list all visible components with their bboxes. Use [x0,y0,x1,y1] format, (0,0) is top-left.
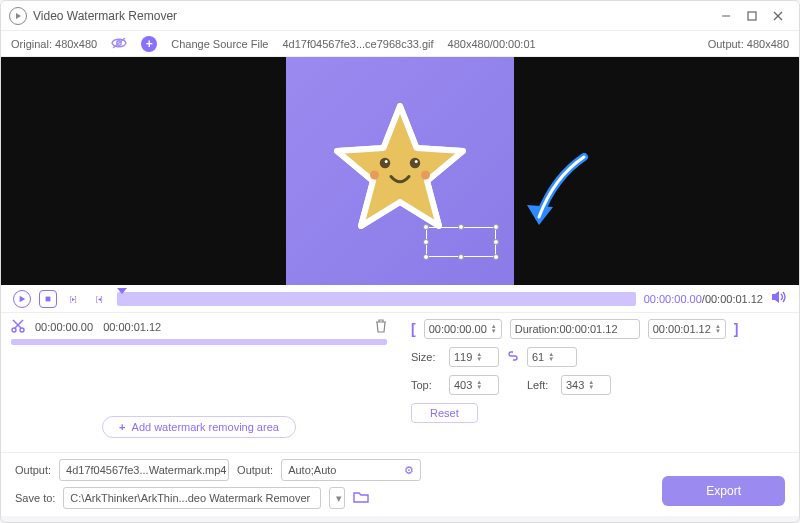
output-dims-label: Output: 480x480 [708,38,789,50]
titlebar: Video Watermark Remover [1,1,799,31]
app-title: Video Watermark Remover [33,9,713,23]
output-label: Output: [15,464,51,476]
resize-handle[interactable] [458,224,464,230]
left-label: Left: [527,379,553,391]
left-input[interactable]: 343▲▼ [561,375,611,395]
playback-controls: [▸] [◂] 00:00:00.00/00:00:01.12 [1,285,799,313]
stepper-icon[interactable]: ▲▼ [476,352,482,362]
add-source-icon[interactable]: + [141,36,157,52]
timeline-scrubber[interactable] [117,292,636,306]
size-label: Size: [411,351,441,363]
timecode-display: 00:00:00.00/00:00:01.12 [644,293,763,305]
svg-point-16 [20,328,24,332]
svg-point-11 [421,171,430,180]
height-input[interactable]: 61▲▼ [527,347,577,367]
svg-point-7 [385,160,388,163]
add-watermark-area-button[interactable]: +Add watermark removing area [102,416,296,438]
output-preset-select[interactable]: Auto;Auto⚙ [281,459,421,481]
resize-handle[interactable] [423,224,429,230]
total-time: 00:00:01.12 [705,293,763,305]
stepper-icon[interactable]: ▲▼ [548,352,554,362]
stepper-icon[interactable]: ▲▼ [715,324,721,334]
stop-button[interactable] [39,290,57,308]
range-start-input[interactable]: 00:00:00.00▲▼ [424,319,502,339]
resize-handle[interactable] [493,224,499,230]
stepper-icon[interactable]: ▲▼ [476,380,482,390]
svg-point-8 [410,158,421,169]
original-dims-label: Original: 480x480 [11,38,97,50]
info-bar: Original: 480x480 + Change Source File 4… [1,31,799,57]
source-dims-time: 480x480/00:00:01 [448,38,536,50]
top-label: Top: [411,379,441,391]
output-filename-input[interactable]: 4d17f04567fe3...Watermark.mp4 [59,459,229,481]
export-button[interactable]: Export [662,476,785,506]
top-input[interactable]: 403▲▼ [449,375,499,395]
save-path-dropdown[interactable]: ▾ [329,487,345,509]
resize-handle[interactable] [493,254,499,260]
properties-panel: [ 00:00:00.00▲▼ Duration:00:00:01.12 00:… [397,313,799,452]
video-canvas[interactable] [286,57,514,285]
range-start-bracket-icon[interactable]: [ [411,321,416,337]
minimize-button[interactable] [713,6,739,26]
resize-handle[interactable] [493,239,499,245]
range-duration-input[interactable]: Duration:00:00:01.12 [510,319,640,339]
svg-rect-12 [46,296,51,301]
svg-point-15 [12,328,16,332]
svg-text:[▸]: [▸] [70,295,77,303]
app-logo-icon [9,7,27,25]
browse-folder-icon[interactable] [353,490,369,506]
clip-start-time: 00:00:00.00 [35,321,93,333]
reset-button[interactable]: Reset [411,403,478,423]
cut-icon[interactable] [11,319,25,335]
svg-point-6 [380,158,391,169]
resize-handle[interactable] [458,254,464,260]
gear-icon[interactable]: ⚙ [404,464,414,477]
clip-row: 00:00:00.00 00:00:01.12 [11,319,387,335]
save-path-input[interactable]: C:\ArkThinker\ArkThin...deo Watermark Re… [63,487,321,509]
width-input[interactable]: 119▲▼ [449,347,499,367]
clips-panel: 00:00:00.00 00:00:01.12 +Add watermark r… [1,313,397,452]
aspect-lock-icon[interactable] [507,350,519,364]
preview-toggle-icon[interactable] [111,37,127,51]
close-button[interactable] [765,6,791,26]
resize-handle[interactable] [423,254,429,260]
source-filename: 4d17f04567fe3...ce7968c33.gif [282,38,433,50]
svg-point-9 [415,160,418,163]
play-button[interactable] [13,290,31,308]
save-to-label: Save to: [15,492,55,504]
video-preview[interactable] [1,57,799,285]
volume-icon[interactable] [771,290,787,308]
maximize-button[interactable] [739,6,765,26]
time-range-row: [ 00:00:00.00▲▼ Duration:00:00:01.12 00:… [411,319,785,339]
range-end-bracket-icon[interactable]: ] [734,321,739,337]
stepper-icon[interactable]: ▲▼ [588,380,594,390]
add-area-label: Add watermark removing area [132,421,279,433]
editor-panels: 00:00:00.00 00:00:01.12 +Add watermark r… [1,313,799,452]
current-time: 00:00:00.00 [644,293,702,305]
size-row: Size: 119▲▼ 61▲▼ [411,347,785,367]
svg-point-10 [370,171,379,180]
delete-clip-icon[interactable] [375,319,387,335]
range-end-input[interactable]: 00:00:01.12▲▼ [648,319,726,339]
tutorial-arrow-icon [519,147,599,241]
svg-text:[◂]: [◂] [96,295,103,303]
output-label-2: Output: [237,464,273,476]
change-source-button[interactable]: Change Source File [171,38,268,50]
clip-end-time: 00:00:01.12 [103,321,161,333]
resize-handle[interactable] [423,239,429,245]
svg-rect-1 [748,12,756,20]
step-forward-button[interactable]: [◂] [91,290,109,308]
footer: Output: 4d17f04567fe3...Watermark.mp4 Ou… [1,452,799,516]
clip-timeline[interactable] [11,339,387,345]
stepper-icon[interactable]: ▲▼ [491,324,497,334]
watermark-selection-box[interactable] [426,227,496,257]
video-content-star [325,94,475,248]
position-row: Top: 403▲▼ Left: 343▲▼ [411,375,785,395]
step-back-button[interactable]: [▸] [65,290,83,308]
